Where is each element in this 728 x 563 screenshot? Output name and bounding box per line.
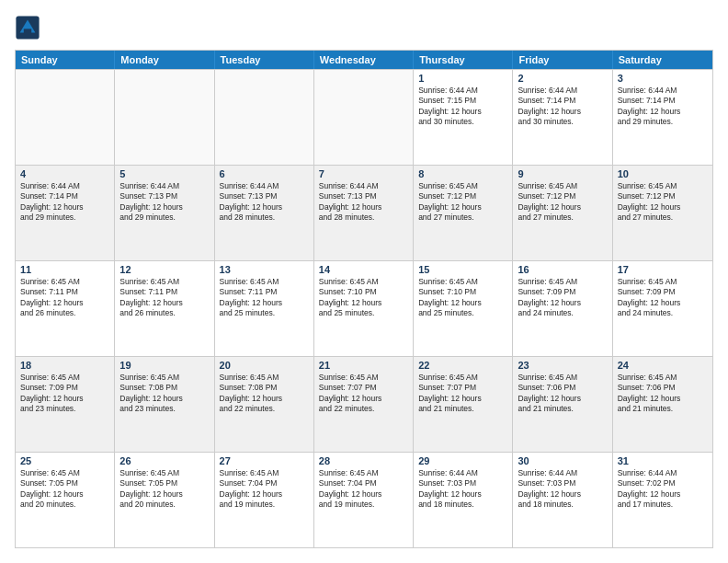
calendar-cell: 24Sunrise: 6:45 AM Sunset: 7:06 PM Dayli… [613,357,712,452]
calendar-cell: 2Sunrise: 6:44 AM Sunset: 7:14 PM Daylig… [513,70,612,165]
calendar-header: SundayMondayTuesdayWednesdayThursdayFrid… [16,51,712,69]
day-number: 9 [518,168,607,179]
cell-info: Sunrise: 6:45 AM Sunset: 7:09 PM Dayligh… [20,373,109,415]
cell-info: Sunrise: 6:45 AM Sunset: 7:11 PM Dayligh… [20,277,109,319]
cell-info: Sunrise: 6:45 AM Sunset: 7:11 PM Dayligh… [119,277,209,319]
cell-info: Sunrise: 6:45 AM Sunset: 7:07 PM Dayligh… [319,373,408,415]
cell-info: Sunrise: 6:45 AM Sunset: 7:04 PM Dayligh… [319,468,408,511]
calendar-cell: 18Sunrise: 6:45 AM Sunset: 7:09 PM Dayli… [16,357,115,452]
calendar-row: 1Sunrise: 6:44 AM Sunset: 7:15 PM Daylig… [16,69,712,165]
day-number: 13 [220,264,309,275]
day-number: 6 [220,168,309,179]
day-number: 25 [20,455,109,466]
cell-info: Sunrise: 6:45 AM Sunset: 7:08 PM Dayligh… [119,373,209,415]
weekday-header: Thursday [414,51,513,69]
cell-info: Sunrise: 6:45 AM Sunset: 7:07 PM Dayligh… [418,373,507,415]
cell-info: Sunrise: 6:44 AM Sunset: 7:14 PM Dayligh… [518,86,607,128]
cell-info: Sunrise: 6:45 AM Sunset: 7:05 PM Dayligh… [20,468,109,511]
day-number: 1 [418,73,507,84]
day-number: 17 [618,264,708,275]
calendar-cell: 15Sunrise: 6:45 AM Sunset: 7:10 PM Dayli… [414,261,513,356]
day-number: 16 [518,264,607,275]
calendar-row: 4Sunrise: 6:44 AM Sunset: 7:14 PM Daylig… [16,165,712,260]
cell-info: Sunrise: 6:45 AM Sunset: 7:09 PM Dayligh… [518,277,607,319]
cell-info: Sunrise: 6:45 AM Sunset: 7:06 PM Dayligh… [518,373,607,415]
weekday-header: Friday [513,51,612,69]
cell-info: Sunrise: 6:45 AM Sunset: 7:12 PM Dayligh… [618,181,708,224]
weekday-header: Wednesday [314,51,414,69]
calendar-cell [16,70,115,165]
header [15,15,713,40]
calendar-cell: 30Sunrise: 6:44 AM Sunset: 7:03 PM Dayli… [513,453,612,547]
calendar-cell: 5Sunrise: 6:44 AM Sunset: 7:13 PM Daylig… [115,166,214,260]
calendar-cell: 17Sunrise: 6:45 AM Sunset: 7:09 PM Dayli… [613,261,712,356]
calendar-cell: 27Sunrise: 6:45 AM Sunset: 7:04 PM Dayli… [215,453,314,547]
calendar-cell: 31Sunrise: 6:44 AM Sunset: 7:02 PM Dayli… [613,453,712,547]
day-number: 21 [319,360,408,371]
day-number: 29 [418,455,507,466]
day-number: 5 [119,168,209,179]
day-number: 19 [119,360,209,371]
calendar-row: 25Sunrise: 6:45 AM Sunset: 7:05 PM Dayli… [16,452,712,547]
calendar-cell: 10Sunrise: 6:45 AM Sunset: 7:12 PM Dayli… [613,166,712,260]
day-number: 30 [518,455,607,466]
calendar: SundayMondayTuesdayWednesdayThursdayFrid… [15,50,713,548]
cell-info: Sunrise: 6:45 AM Sunset: 7:12 PM Dayligh… [518,181,607,224]
calendar-cell: 14Sunrise: 6:45 AM Sunset: 7:10 PM Dayli… [314,261,414,356]
day-number: 4 [20,168,109,179]
calendar-cell: 1Sunrise: 6:44 AM Sunset: 7:15 PM Daylig… [414,70,513,165]
day-number: 7 [319,168,408,179]
day-number: 12 [119,264,209,275]
calendar-cell: 29Sunrise: 6:44 AM Sunset: 7:03 PM Dayli… [414,453,513,547]
page: SundayMondayTuesdayWednesdayThursdayFrid… [0,0,728,563]
cell-info: Sunrise: 6:44 AM Sunset: 7:13 PM Dayligh… [220,181,309,224]
cell-info: Sunrise: 6:45 AM Sunset: 7:10 PM Dayligh… [418,277,507,319]
calendar-cell [314,70,414,165]
calendar-cell: 22Sunrise: 6:45 AM Sunset: 7:07 PM Dayli… [414,357,513,452]
calendar-cell: 28Sunrise: 6:45 AM Sunset: 7:04 PM Dayli… [314,453,414,547]
cell-info: Sunrise: 6:44 AM Sunset: 7:15 PM Dayligh… [418,86,507,128]
calendar-cell: 11Sunrise: 6:45 AM Sunset: 7:11 PM Dayli… [16,261,115,356]
day-number: 22 [418,360,507,371]
cell-info: Sunrise: 6:44 AM Sunset: 7:13 PM Dayligh… [119,181,209,224]
cell-info: Sunrise: 6:44 AM Sunset: 7:13 PM Dayligh… [319,181,408,224]
calendar-row: 11Sunrise: 6:45 AM Sunset: 7:11 PM Dayli… [16,260,712,356]
calendar-cell [115,70,214,165]
calendar-cell [215,70,314,165]
weekday-header: Sunday [16,51,115,69]
weekday-header: Saturday [613,51,712,69]
day-number: 23 [518,360,607,371]
day-number: 18 [20,360,109,371]
calendar-row: 18Sunrise: 6:45 AM Sunset: 7:09 PM Dayli… [16,356,712,452]
day-number: 27 [220,455,309,466]
calendar-cell: 26Sunrise: 6:45 AM Sunset: 7:05 PM Dayli… [115,453,214,547]
logo-icon [15,15,40,40]
calendar-cell: 3Sunrise: 6:44 AM Sunset: 7:14 PM Daylig… [613,70,712,165]
calendar-cell: 6Sunrise: 6:44 AM Sunset: 7:13 PM Daylig… [215,166,314,260]
calendar-cell: 20Sunrise: 6:45 AM Sunset: 7:08 PM Dayli… [215,357,314,452]
cell-info: Sunrise: 6:45 AM Sunset: 7:11 PM Dayligh… [220,277,309,319]
calendar-cell: 23Sunrise: 6:45 AM Sunset: 7:06 PM Dayli… [513,357,612,452]
day-number: 28 [319,455,408,466]
day-number: 20 [220,360,309,371]
day-number: 24 [618,360,708,371]
cell-info: Sunrise: 6:45 AM Sunset: 7:08 PM Dayligh… [220,373,309,415]
calendar-cell: 25Sunrise: 6:45 AM Sunset: 7:05 PM Dayli… [16,453,115,547]
cell-info: Sunrise: 6:45 AM Sunset: 7:12 PM Dayligh… [418,181,507,224]
calendar-cell: 4Sunrise: 6:44 AM Sunset: 7:14 PM Daylig… [16,166,115,260]
cell-info: Sunrise: 6:45 AM Sunset: 7:04 PM Dayligh… [220,468,309,511]
calendar-cell: 13Sunrise: 6:45 AM Sunset: 7:11 PM Dayli… [215,261,314,356]
cell-info: Sunrise: 6:44 AM Sunset: 7:03 PM Dayligh… [418,468,507,511]
cell-info: Sunrise: 6:45 AM Sunset: 7:06 PM Dayligh… [618,373,708,415]
cell-info: Sunrise: 6:45 AM Sunset: 7:10 PM Dayligh… [319,277,408,319]
day-number: 10 [618,168,708,179]
day-number: 8 [418,168,507,179]
calendar-cell: 19Sunrise: 6:45 AM Sunset: 7:08 PM Dayli… [115,357,214,452]
day-number: 2 [518,73,607,84]
day-number: 15 [418,264,507,275]
cell-info: Sunrise: 6:44 AM Sunset: 7:02 PM Dayligh… [618,468,708,511]
calendar-body: 1Sunrise: 6:44 AM Sunset: 7:15 PM Daylig… [16,69,712,547]
weekday-header: Tuesday [215,51,314,69]
day-number: 26 [119,455,209,466]
calendar-cell: 16Sunrise: 6:45 AM Sunset: 7:09 PM Dayli… [513,261,612,356]
